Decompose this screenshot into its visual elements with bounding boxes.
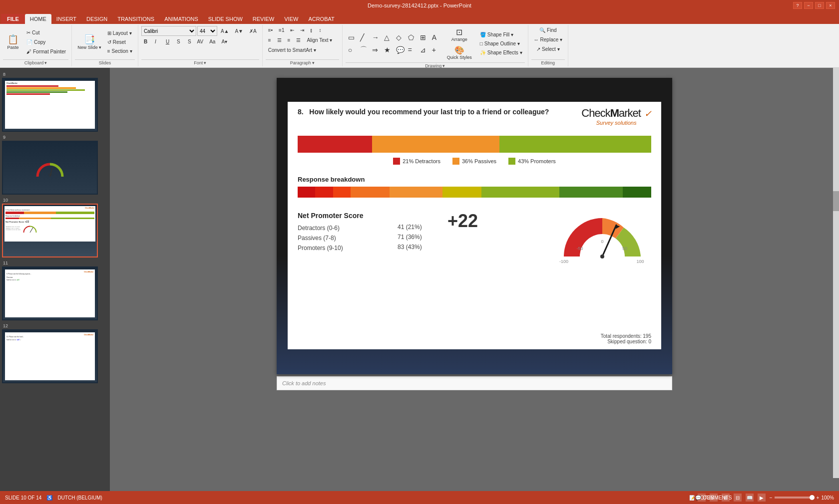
replace-button[interactable]: ↔ Replace ▾	[531, 35, 565, 44]
minimize-button[interactable]: −	[804, 2, 813, 9]
font-color-button[interactable]: A▾	[219, 37, 230, 46]
slide-image-8[interactable]: CheckMarket	[2, 78, 98, 132]
legend-label-passives: 36% Passives	[462, 158, 496, 164]
align-left-button[interactable]: ≡	[266, 36, 274, 44]
decrease-font-button[interactable]: A▼	[232, 27, 246, 35]
slide-thumb-10[interactable]: 10 CheckMarket 8. How likely would you r…	[2, 198, 108, 257]
maximize-button[interactable]: □	[815, 2, 824, 9]
shape-fill-button[interactable]: 🪣 Shape Fill ▾	[477, 30, 525, 39]
format-painter-button[interactable]: 🖌 Format Painter	[24, 47, 68, 56]
tab-acrobat[interactable]: ACROBAT	[303, 14, 339, 24]
increase-font-button[interactable]: A▲	[218, 27, 232, 35]
slide-thumb-8[interactable]: 8 CheckMarket	[2, 72, 108, 132]
copy-button[interactable]: 📄 Copy	[24, 38, 68, 46]
arrange-button[interactable]: ⊡ Arrange	[444, 26, 474, 43]
bold-button[interactable]: B	[141, 37, 151, 46]
shape-arrow[interactable]: →	[370, 32, 381, 43]
shape-arrow2[interactable]: ⇒	[370, 44, 381, 55]
slide-image-11[interactable]: CheckMarket 9. Please rate the following…	[2, 266, 98, 320]
shape-text[interactable]: A	[429, 32, 440, 43]
promoters-value: 83 (43%)	[398, 244, 422, 251]
shape-callout[interactable]: 💬	[394, 44, 405, 55]
tab-review[interactable]: REVIEW	[248, 14, 279, 24]
help-button[interactable]: ?	[793, 2, 802, 9]
slide-image-10[interactable]: CheckMarket 8. How likely would you reco…	[2, 204, 98, 257]
find-button[interactable]: 🔍 Find	[537, 26, 559, 34]
tab-slideshow[interactable]: SLIDE SHOW	[203, 14, 248, 24]
change-case-button[interactable]: Aa	[207, 37, 218, 46]
numbering-button[interactable]: ≡1	[276, 26, 287, 34]
cut-button[interactable]: ✂ Cut	[24, 28, 68, 37]
vertical-scrollbar[interactable]	[833, 68, 839, 478]
slide-image-12[interactable]: CheckMarket 10. Please rate the hotel...…	[2, 329, 98, 383]
shape-star[interactable]: ★	[382, 44, 393, 55]
reading-view-button[interactable]: 📖	[746, 494, 754, 502]
bullets-button[interactable]: ≡•	[266, 26, 275, 34]
shape-line[interactable]: ╱	[358, 32, 369, 43]
text-direction-button[interactable]: Align Text ▾	[304, 36, 335, 44]
shadow-button[interactable]: S	[185, 37, 194, 46]
notes-area[interactable]: Click to add notes	[277, 376, 672, 390]
slide-thumb-9[interactable]: 9 7.8	[2, 135, 108, 195]
italic-button[interactable]: I	[152, 37, 162, 46]
layout-button[interactable]: ⊞ Layout ▾	[105, 29, 135, 37]
slide-sorter-button[interactable]: ⊟	[734, 494, 742, 502]
font-label[interactable]: Font ▾	[141, 59, 259, 65]
paste-button[interactable]: 📋 Paste	[3, 33, 23, 52]
shape-freeform[interactable]: ⊿	[418, 44, 428, 55]
gauge-svg: -100 -50 0 50 100	[559, 214, 646, 279]
shape-more[interactable]: ⊞	[418, 32, 428, 43]
shape-outline-button[interactable]: □ Shape Outline ▾	[477, 39, 525, 48]
paragraph-label[interactable]: Paragraph ▾	[266, 59, 339, 65]
tab-view[interactable]: VIEW	[279, 14, 303, 24]
accessibility-icon[interactable]: ♿	[46, 495, 52, 501]
underline-button[interactable]: U	[163, 37, 173, 46]
select-button[interactable]: ↗ Select ▾	[534, 45, 562, 53]
normal-view-button[interactable]: ⊞	[722, 494, 730, 502]
shape-triangle[interactable]: △	[382, 32, 393, 43]
tab-design[interactable]: DESIGN	[81, 14, 112, 24]
convert-smartart-button[interactable]: Convert to SmartArt ▾	[266, 46, 319, 54]
reset-button[interactable]: ↺ Reset	[105, 38, 135, 46]
canvas-area[interactable]: CheckMarket ✓ Survey solutions 8. How li…	[110, 68, 839, 491]
tab-animations[interactable]: ANIMATIONS	[159, 14, 203, 24]
slide-image-9[interactable]: 7.8	[2, 141, 98, 195]
shape-cylinder[interactable]: ⬠	[406, 32, 417, 43]
scroll-thumb[interactable]	[833, 191, 839, 211]
tab-insert[interactable]: INSERT	[51, 14, 81, 24]
shape-oval[interactable]: ○	[346, 44, 357, 55]
align-center-button[interactable]: ☰	[275, 36, 284, 44]
font-name-select[interactable]: Calibri	[141, 26, 196, 36]
zoom-slider[interactable]: − + 100%	[770, 495, 834, 501]
close-button[interactable]: ×	[826, 2, 835, 9]
tab-home[interactable]: HOME	[25, 14, 51, 24]
line-spacing-button[interactable]: ↕	[316, 26, 324, 34]
slide-thumb-12[interactable]: 12 CheckMarket 10. Please rate the hotel…	[2, 323, 108, 383]
shape-curved[interactable]: ⌒	[358, 44, 369, 56]
main-bar	[298, 136, 651, 153]
align-right-button[interactable]: ≡	[285, 36, 293, 44]
clipboard-label[interactable]: Clipboard ▾	[3, 59, 68, 65]
shape-diamond[interactable]: ◇	[394, 32, 405, 43]
shape-rect[interactable]: ▭	[346, 32, 357, 43]
shape-eq[interactable]: =	[406, 44, 417, 55]
comments-button[interactable]: 💬 COMMENTS	[710, 494, 718, 502]
strikethrough-button[interactable]: S	[174, 37, 184, 46]
file-tab[interactable]: FILE	[1, 14, 25, 24]
increase-indent-button[interactable]: ⇥	[298, 26, 307, 34]
slide-canvas[interactable]: CheckMarket ✓ Survey solutions 8. How li…	[277, 78, 672, 374]
char-spacing-button[interactable]: AV	[195, 37, 206, 46]
clear-format-button[interactable]: ✗A	[247, 27, 259, 35]
section-button[interactable]: ≡ Section ▾	[105, 47, 135, 55]
shape-plus[interactable]: +	[429, 44, 440, 55]
justify-button[interactable]: ☰	[294, 36, 303, 44]
slide-thumb-11[interactable]: 11 CheckMarket 9. Please rate the follow…	[2, 260, 108, 320]
new-slide-button[interactable]: 📑 New Slide ▾	[75, 33, 104, 52]
font-size-select[interactable]: 44	[197, 26, 217, 36]
decrease-indent-button[interactable]: ⇤	[288, 26, 297, 34]
slideshow-button[interactable]: ▶	[758, 494, 766, 502]
columns-button[interactable]: ⫿	[308, 26, 315, 34]
shape-effects-button[interactable]: ✨ Shape Effects ▾	[477, 48, 525, 57]
quick-styles-button[interactable]: 🎨 Quick Styles	[444, 44, 474, 61]
tab-transitions[interactable]: TRANSITIONS	[112, 14, 159, 24]
